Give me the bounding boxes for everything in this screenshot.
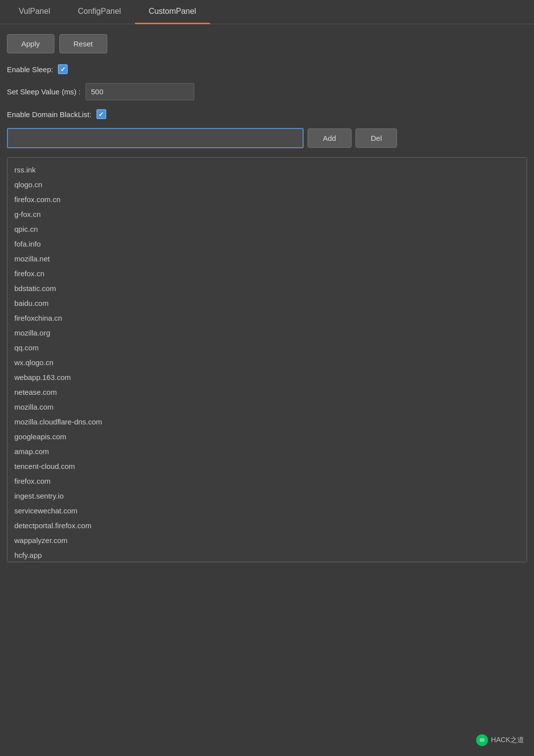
domain-search-input[interactable] <box>7 128 304 148</box>
list-item[interactable]: servicewechat.com <box>14 504 520 518</box>
enable-domain-blacklist-checkmark: ✓ <box>98 111 104 118</box>
tab-configpanel[interactable]: ConfigPanel <box>64 0 134 24</box>
watermark: ✉ HACK之道 <box>476 734 524 746</box>
tabs-bar: VulPanelConfigPanelCustomPanel <box>0 0 534 24</box>
enable-domain-blacklist-row: Enable Domain BlackList: ✓ <box>7 109 527 119</box>
list-item[interactable]: firefox.com <box>14 474 520 489</box>
list-item[interactable]: webapp.163.com <box>14 370 520 385</box>
list-item[interactable]: googleapis.com <box>14 429 520 444</box>
enable-sleep-label: Enable Sleep: <box>7 65 53 74</box>
watermark-text: HACK之道 <box>491 736 524 745</box>
list-item[interactable]: netease.com <box>14 385 520 400</box>
list-item[interactable]: mozilla.cloudflare-dns.com <box>14 415 520 429</box>
del-domain-button[interactable]: Del <box>356 128 398 148</box>
domain-input-row: Add Del <box>7 128 527 148</box>
list-item[interactable]: firefoxchina.cn <box>14 311 520 326</box>
tab-vulpanel[interactable]: VulPanel <box>5 0 64 24</box>
enable-sleep-checkbox[interactable]: ✓ <box>58 64 68 74</box>
enable-domain-blacklist-checkbox[interactable]: ✓ <box>96 109 106 119</box>
wechat-icon: ✉ <box>476 734 488 746</box>
list-item[interactable]: mozilla.com <box>14 400 520 415</box>
list-item[interactable]: fofa.info <box>14 237 520 252</box>
list-item[interactable]: qq.com <box>14 340 520 355</box>
list-item[interactable]: mozilla.net <box>14 252 520 266</box>
domain-list-container[interactable]: rss.inkqlogo.cnfirefox.com.cng-fox.cnqpi… <box>7 157 527 562</box>
list-item[interactable]: qlogo.cn <box>14 177 520 192</box>
apply-button[interactable]: Apply <box>7 34 54 53</box>
list-item[interactable]: bdstatic.com <box>14 281 520 296</box>
list-item[interactable]: amap.com <box>14 444 520 459</box>
list-item[interactable]: baidu.com <box>14 296 520 311</box>
tab-custompanel[interactable]: CustomPanel <box>135 0 210 24</box>
content-area: Apply Reset Enable Sleep: ✓ Set Sleep Va… <box>0 24 534 572</box>
reset-button[interactable]: Reset <box>59 34 107 53</box>
button-row: Apply Reset <box>7 34 527 53</box>
sleep-value-label: Set Sleep Value (ms) : <box>7 87 81 96</box>
list-item[interactable]: ingest.sentry.io <box>14 489 520 504</box>
list-item[interactable]: wappalyzer.com <box>14 533 520 548</box>
list-item[interactable]: rss.ink <box>14 163 520 177</box>
list-item[interactable]: firefox.cn <box>14 266 520 281</box>
list-item[interactable]: g-fox.cn <box>14 207 520 222</box>
enable-domain-blacklist-label: Enable Domain BlackList: <box>7 110 91 119</box>
sleep-value-input[interactable] <box>86 83 194 100</box>
list-item[interactable]: qpic.cn <box>14 222 520 237</box>
list-item[interactable]: wx.qlogo.cn <box>14 355 520 370</box>
enable-sleep-checkmark: ✓ <box>60 66 66 73</box>
list-item[interactable]: firefox.com.cn <box>14 192 520 207</box>
sleep-value-row: Set Sleep Value (ms) : <box>7 83 527 100</box>
list-item[interactable]: detectportal.firefox.com <box>14 518 520 533</box>
list-item[interactable]: mozilla.org <box>14 326 520 340</box>
list-item[interactable]: hcfy.app <box>14 548 520 562</box>
list-item[interactable]: tencent-cloud.com <box>14 459 520 474</box>
enable-sleep-row: Enable Sleep: ✓ <box>7 64 527 74</box>
add-domain-button[interactable]: Add <box>308 128 352 148</box>
